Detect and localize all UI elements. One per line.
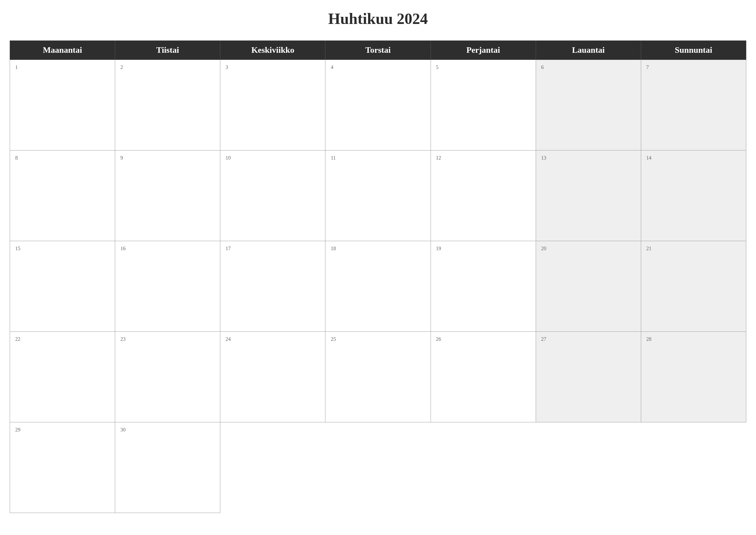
calendar-day-cell: 4 — [325, 60, 431, 151]
calendar-day-cell: 12 — [431, 151, 536, 241]
day-number: 17 — [226, 246, 230, 251]
day-number: 21 — [646, 246, 652, 251]
calendar-day-cell: 16 — [115, 241, 220, 332]
calendar-day-cell: 21 — [641, 241, 746, 332]
calendar-container: Huhtikuu 2024 Maanantai Tiistai Keskivii… — [10, 10, 746, 513]
day-number: 2 — [120, 65, 123, 70]
weekday-header: Torstai — [325, 41, 431, 60]
calendar-week-row: 15161718192021 — [10, 241, 746, 332]
calendar-day-cell: 25 — [325, 332, 431, 422]
calendar-day-cell: 13 — [536, 151, 641, 241]
calendar-day-cell: 17 — [220, 241, 325, 332]
day-number: 8 — [15, 155, 18, 160]
day-number: 20 — [541, 246, 546, 251]
day-number: 26 — [436, 336, 441, 342]
day-number: 13 — [541, 155, 546, 160]
day-number: 14 — [646, 155, 652, 160]
calendar-day-cell: 26 — [431, 332, 536, 422]
weekday-header: Tiistai — [115, 41, 220, 60]
calendar-day-cell — [641, 422, 746, 513]
day-number: 16 — [120, 246, 125, 251]
calendar-day-cell: 10 — [220, 151, 325, 241]
weekday-header: Perjantai — [431, 41, 536, 60]
day-number: 11 — [331, 155, 336, 160]
calendar-day-cell — [431, 422, 536, 513]
day-number: 19 — [436, 246, 441, 251]
day-number: 1 — [15, 65, 18, 70]
day-number: 29 — [15, 427, 20, 433]
calendar-day-cell: 3 — [220, 60, 325, 151]
calendar-day-cell: 23 — [115, 332, 220, 422]
calendar-week-row: 22232425262728 — [10, 332, 746, 422]
day-number: 18 — [331, 246, 336, 251]
day-number: 6 — [541, 65, 544, 70]
calendar-body: 1234567891011121314151617181920212223242… — [10, 60, 746, 513]
calendar-day-cell — [325, 422, 431, 513]
day-number: 22 — [15, 336, 20, 342]
calendar-title: Huhtikuu 2024 — [10, 10, 746, 28]
weekday-header: Lauantai — [536, 41, 641, 60]
day-number: 9 — [120, 155, 123, 160]
calendar-day-cell — [220, 422, 325, 513]
day-number: 7 — [646, 65, 649, 70]
calendar-day-cell: 28 — [641, 332, 746, 422]
calendar-day-cell: 9 — [115, 151, 220, 241]
day-number: 27 — [541, 336, 546, 342]
calendar-day-cell: 30 — [115, 422, 220, 513]
calendar-day-cell: 15 — [10, 241, 115, 332]
calendar-day-cell: 24 — [220, 332, 325, 422]
calendar-day-cell: 7 — [641, 60, 746, 151]
calendar-day-cell: 14 — [641, 151, 746, 241]
calendar-day-cell: 22 — [10, 332, 115, 422]
calendar-week-row: 2930 — [10, 422, 746, 513]
calendar-day-cell — [536, 422, 641, 513]
day-number: 4 — [331, 65, 333, 70]
calendar-day-cell: 8 — [10, 151, 115, 241]
calendar-day-cell: 5 — [431, 60, 536, 151]
calendar-day-cell: 6 — [536, 60, 641, 151]
day-number: 3 — [226, 65, 228, 70]
day-number: 24 — [226, 336, 230, 342]
calendar-day-cell: 11 — [325, 151, 431, 241]
calendar-day-cell: 18 — [325, 241, 431, 332]
calendar-header: Maanantai Tiistai Keskiviikko Torstai Pe… — [10, 41, 746, 60]
calendar-day-cell: 20 — [536, 241, 641, 332]
calendar-week-row: 891011121314 — [10, 151, 746, 241]
calendar-day-cell: 27 — [536, 332, 641, 422]
calendar-day-cell: 1 — [10, 60, 115, 151]
day-number: 15 — [15, 246, 20, 251]
day-number: 12 — [436, 155, 441, 160]
day-number: 30 — [120, 427, 125, 433]
day-number: 10 — [226, 155, 230, 160]
weekday-row: Maanantai Tiistai Keskiviikko Torstai Pe… — [10, 41, 746, 60]
weekday-header: Sunnuntai — [641, 41, 746, 60]
day-number: 5 — [436, 65, 439, 70]
calendar-day-cell: 2 — [115, 60, 220, 151]
day-number: 25 — [331, 336, 336, 342]
day-number: 23 — [120, 336, 125, 342]
calendar-day-cell: 19 — [431, 241, 536, 332]
day-number: 28 — [646, 336, 652, 342]
calendar-week-row: 1234567 — [10, 60, 746, 151]
calendar-day-cell: 29 — [10, 422, 115, 513]
weekday-header: Maanantai — [10, 41, 115, 60]
calendar-table: Maanantai Tiistai Keskiviikko Torstai Pe… — [10, 41, 746, 513]
weekday-header: Keskiviikko — [220, 41, 325, 60]
